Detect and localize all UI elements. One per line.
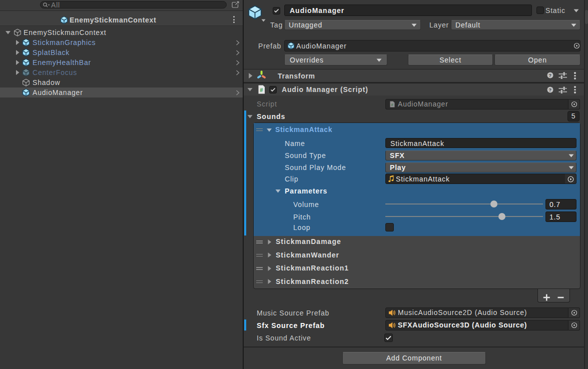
svg-text:?: ? [548,72,552,78]
svg-text:#: # [391,102,393,107]
svg-text:?: ? [548,87,552,92]
svg-text:#: # [260,87,263,93]
